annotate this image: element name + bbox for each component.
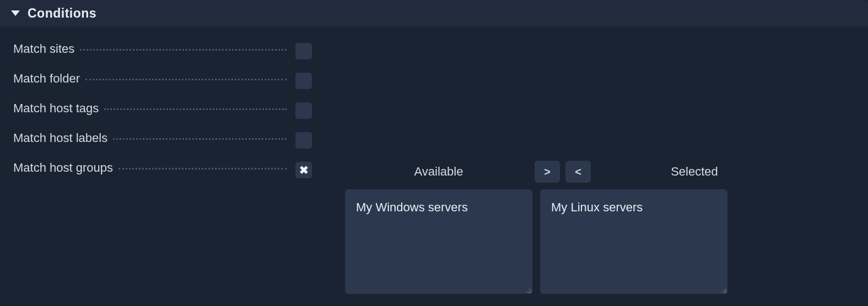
dual-lists: My Windows servers My Linux servers bbox=[345, 189, 855, 294]
list-item[interactable]: My Linux servers bbox=[551, 199, 716, 216]
condition-label-col: Match sites bbox=[13, 42, 289, 56]
dual-list-header: Available > < Selected bbox=[345, 161, 855, 183]
condition-label-col: Match host groups bbox=[13, 161, 289, 175]
resize-handle-icon bbox=[719, 285, 726, 293]
checkbox-match-host-tags[interactable] bbox=[295, 102, 312, 119]
leader-dots bbox=[118, 168, 287, 170]
leader-dots bbox=[80, 49, 287, 51]
section-title: Conditions bbox=[28, 6, 96, 21]
available-label: Available bbox=[345, 165, 532, 179]
condition-row-match-host-groups: Match host groups Available > < Selected… bbox=[13, 161, 855, 294]
move-right-button[interactable]: > bbox=[535, 161, 560, 183]
host-groups-detail: Available > < Selected My Windows server… bbox=[315, 161, 855, 294]
checkbox-match-host-groups[interactable] bbox=[295, 162, 312, 178]
condition-row-match-host-tags: Match host tags bbox=[13, 101, 855, 119]
condition-row-match-sites: Match sites bbox=[13, 42, 855, 59]
checkbox-match-sites[interactable] bbox=[295, 43, 312, 59]
conditions-section-body: Match sites Match folder Match host tags… bbox=[0, 26, 868, 305]
condition-label-col: Match host tags bbox=[13, 101, 289, 116]
collapse-down-icon bbox=[11, 10, 20, 16]
conditions-section-header[interactable]: Conditions bbox=[0, 0, 868, 26]
move-left-button[interactable]: < bbox=[565, 161, 591, 183]
condition-label: Match host labels bbox=[13, 131, 107, 145]
condition-label-col: Match folder bbox=[13, 72, 289, 86]
checkbox-match-host-labels[interactable] bbox=[295, 132, 312, 149]
condition-label: Match folder bbox=[13, 72, 80, 86]
condition-label: Match host tags bbox=[13, 101, 99, 116]
condition-label: Match host groups bbox=[13, 161, 113, 175]
selected-listbox[interactable]: My Linux servers bbox=[540, 189, 727, 294]
leader-dots bbox=[104, 108, 287, 110]
condition-row-match-folder: Match folder bbox=[13, 72, 855, 89]
checkbox-match-folder[interactable] bbox=[295, 73, 312, 89]
leader-dots bbox=[113, 138, 287, 140]
selected-label: Selected bbox=[601, 165, 788, 179]
available-listbox[interactable]: My Windows servers bbox=[345, 189, 532, 294]
list-item[interactable]: My Windows servers bbox=[356, 199, 521, 216]
move-buttons: > < bbox=[535, 161, 591, 183]
condition-row-match-host-labels: Match host labels bbox=[13, 131, 855, 149]
condition-label-col: Match host labels bbox=[13, 131, 289, 145]
resize-handle-icon bbox=[524, 285, 531, 293]
condition-label: Match sites bbox=[13, 42, 74, 56]
leader-dots bbox=[85, 79, 287, 80]
